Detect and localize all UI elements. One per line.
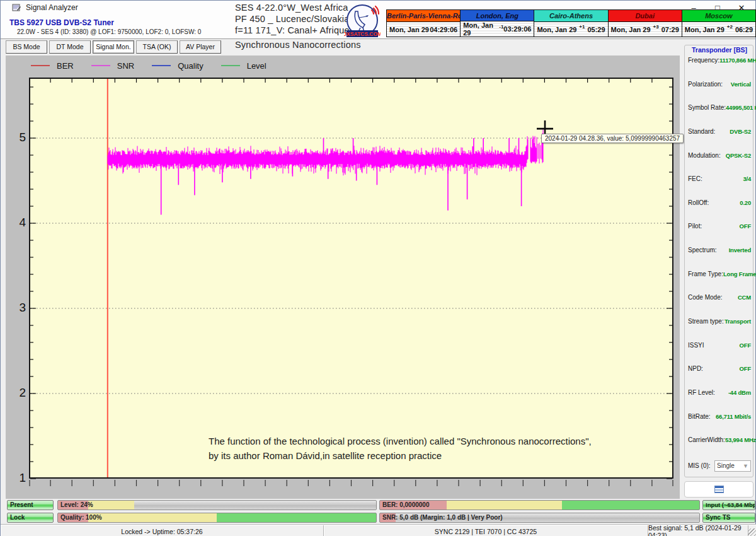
chevron-down-icon: ▼ bbox=[743, 463, 748, 469]
clock-utc-offset: +1 bbox=[579, 24, 585, 30]
clock-date: Mon, Jan 29 bbox=[611, 26, 651, 33]
quality-bar: Quality: 100% bbox=[57, 513, 377, 523]
clock-city-label: Dubai bbox=[609, 10, 682, 22]
quality-line-swatch bbox=[152, 65, 171, 66]
y-tick-4: 4 bbox=[9, 216, 26, 230]
row-pilot: Pilot:OFF bbox=[688, 223, 751, 230]
meter-row-2: Lock Quality: 100% SNR: 5,0 dB (Margin: … bbox=[1, 512, 756, 523]
clock-london: London, Eng Mon, Jan 29-103:29:06 bbox=[461, 10, 534, 37]
transponder-sidebar: Transponder [BS] Frequency:11170,866 MHz… bbox=[682, 40, 756, 499]
clock-time: 07:29 bbox=[662, 26, 679, 33]
level-bar-unfilled bbox=[134, 501, 376, 510]
transponder-title: Transponder [BS] bbox=[690, 46, 749, 54]
top-bar: Signal Analyzer – □ ✕ TBS 5927 USB DVB-S… bbox=[1, 1, 755, 39]
ber-line-swatch bbox=[31, 65, 50, 66]
legend-level: Level bbox=[221, 61, 266, 71]
mis-dropdown[interactable]: Single▼ bbox=[714, 460, 751, 472]
row-fec: FEC:3/4 bbox=[688, 175, 751, 182]
dish-location: PF 450 _ Lucenec/Slovakia bbox=[235, 14, 350, 24]
y-tick-3: 3 bbox=[9, 301, 26, 315]
clock-utc-offset: -1 bbox=[499, 24, 503, 30]
clock-city-label: Berlin-Paris-Vienna-Roma bbox=[387, 10, 460, 22]
chart-annotation: The function of the technological proces… bbox=[209, 434, 592, 463]
logo-text: DXSATCS.COM bbox=[344, 31, 381, 37]
y-tick-2: 2 bbox=[9, 386, 26, 400]
transponder-groupbox: Transponder [BS] Frequency:11170,866 MHz… bbox=[684, 45, 753, 477]
process-title: Synchronous Nanocorrections bbox=[235, 40, 361, 50]
row-rolloff: RollOff:0.20 bbox=[688, 199, 751, 206]
clock-date: Mon, Jan 29 bbox=[685, 26, 724, 33]
legend-ber: BER bbox=[31, 61, 74, 71]
clock-city-label: Cairo-Athens bbox=[534, 10, 607, 22]
clock-date: Mon, Jan 29 bbox=[463, 21, 499, 37]
clock-time: 03:29:06 bbox=[503, 25, 531, 33]
tab-av-player[interactable]: AV Player bbox=[180, 40, 221, 54]
dxsatcs-logo: DXSATCS.COM bbox=[344, 4, 381, 38]
clock-utc-offset: +3 bbox=[653, 24, 659, 30]
meter-row-1: Present Level: 24% BER: 0,0000000 Input … bbox=[1, 499, 756, 511]
y-tick-1: 1 bbox=[9, 471, 26, 485]
world-clocks: Berlin-Paris-Vienna-Roma Mon, Jan 2904:2… bbox=[386, 9, 756, 37]
row-carrier-width: CarrierWidth:53,994 MHz bbox=[688, 436, 751, 443]
window-title: Signal Analyzer bbox=[26, 3, 78, 12]
tab-tsa[interactable]: TSA (OK) bbox=[136, 40, 178, 54]
level-line-swatch bbox=[221, 65, 240, 66]
present-indicator: Present bbox=[7, 500, 54, 510]
tab-bs-mode[interactable]: BS Mode bbox=[6, 40, 47, 54]
clock-dubai: Dubai Mon, Jan 29+307:29 bbox=[609, 10, 682, 37]
clock-date: Mon, Jan 29 bbox=[537, 26, 576, 33]
row-mis: MIS (0): Single▼ bbox=[688, 460, 751, 472]
ber-bar: BER: 0,0000000 bbox=[379, 500, 700, 510]
statusbar-lock-uptime: Locked -> Uptime: 05:37:26 bbox=[1, 525, 324, 536]
resize-grip[interactable] bbox=[748, 528, 756, 536]
legend-quality: Quality bbox=[152, 61, 203, 71]
signal-analyzer-window: Signal Analyzer – □ ✕ TBS 5927 USB DVB-S… bbox=[0, 0, 756, 536]
clock-city-label: Moscow bbox=[682, 10, 755, 22]
list-icon bbox=[714, 486, 724, 493]
clock-city-label: London, Eng bbox=[461, 10, 534, 21]
statusbar-best-signal: Best signal: 5,1 dB (2024-01-29 04:23) bbox=[648, 525, 748, 536]
clock-berlin-paris-vienna-roma: Berlin-Paris-Vienna-Roma Mon, Jan 2904:2… bbox=[387, 10, 461, 37]
clock-time: 06:29 bbox=[735, 26, 753, 33]
sync-ts-indicator: Sync TS bbox=[702, 513, 755, 523]
signal-chart-frame: BER SNR Quality Level 5 4 3 2 1 2024-01-… bbox=[6, 55, 680, 499]
app-icon bbox=[12, 3, 21, 12]
snr-line-swatch bbox=[91, 65, 110, 66]
row-frame-type: Frame Type:Long Frame bbox=[688, 271, 751, 277]
status-bar: Locked -> Uptime: 05:37:26 SYNC 2129 | T… bbox=[1, 525, 756, 536]
y-tick-5: 5 bbox=[9, 131, 26, 144]
clock-date: Mon, Jan 29 bbox=[389, 26, 429, 33]
row-code-mode: Code Mode:CCM bbox=[688, 294, 751, 301]
satellite-title: SES 4-22.0°W_West Africa bbox=[235, 3, 348, 13]
row-standard: Standard:DVB-S2 bbox=[688, 128, 751, 135]
row-frequency: Frequency:11170,866 MHz bbox=[688, 57, 751, 64]
tab-dt-mode[interactable]: DT Mode bbox=[49, 40, 91, 54]
row-rf-level: RF Level:-44 dBm bbox=[688, 389, 751, 396]
row-issyi: ISSYIOFF bbox=[688, 342, 751, 349]
row-polarization: Polarization:Vertical bbox=[688, 81, 751, 88]
clock-time: 05:29 bbox=[587, 26, 605, 33]
legend-snr: SNR bbox=[91, 61, 134, 71]
chart-legend: BER SNR Quality Level bbox=[31, 58, 266, 73]
panel-list-button[interactable] bbox=[684, 481, 753, 498]
tuner-config: 22.0W - SES 4 (ID: 3380) @ LOF1: 9750000… bbox=[17, 28, 201, 35]
input-indicator: Input (~63,84 Mbps) bbox=[702, 500, 755, 510]
row-symbol-rate: Symbol Rate:44995,501 KS/s bbox=[688, 104, 751, 111]
lock-indicator: Lock bbox=[7, 513, 54, 523]
mode-tabs: BS Mode DT Mode Signal Mon. TSA (OK) AV … bbox=[6, 40, 221, 54]
row-bitrate: BitRate:66,711 Mbit/s bbox=[688, 413, 751, 420]
row-npd: NPD:OFF bbox=[688, 365, 751, 372]
row-stream-type: Stream type:Transport bbox=[688, 318, 751, 325]
statusbar-sync-counters: SYNC 2129 | TEI 7070 | CC 43725 bbox=[324, 525, 648, 536]
row-modulation: Modulation:QPSK-S2 bbox=[688, 152, 751, 159]
frequency-channel: f=11 171_V: Canal+ Afrique bbox=[235, 25, 350, 35]
clock-cairo-athens: Cairo-Athens Mon, Jan 29+105:29 bbox=[534, 10, 608, 37]
tuner-name: TBS 5927 USB DVB-S2 Tuner bbox=[9, 18, 114, 27]
clock-moscow: Moscow Mon, Jan 29+206:29 bbox=[682, 10, 755, 37]
clock-utc-offset: +2 bbox=[727, 24, 733, 30]
snr-bar: SNR: 5,0 dB (Margin: 1,0 dB | Very Poor) bbox=[379, 513, 700, 523]
cursor-tooltip: 2024-01-29 04.28.36, value: 5,0999999046… bbox=[541, 134, 684, 143]
clock-time: 04:29:06 bbox=[430, 26, 457, 33]
tab-signal-mon[interactable]: Signal Mon. bbox=[93, 40, 134, 54]
level-bar: Level: 24% bbox=[57, 500, 377, 510]
